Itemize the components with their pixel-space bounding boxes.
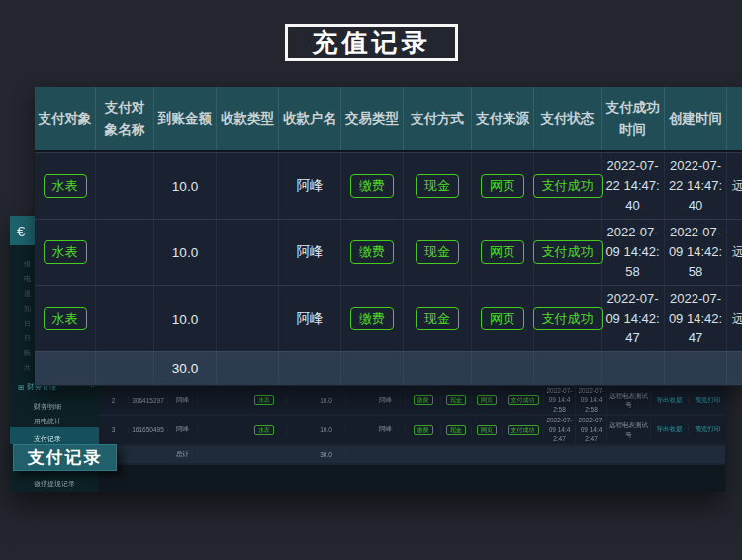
amount: 10.0 xyxy=(307,426,346,433)
pay-method-cell: 现金 xyxy=(404,220,472,285)
trade-type-cell: 缴费 xyxy=(341,286,404,351)
pay-status-cell: 支付成功 xyxy=(503,425,544,435)
trade-type-badge: 缴费 xyxy=(350,174,394,198)
pay-status-badge: 支付成功 xyxy=(508,425,539,435)
sidebar-item-payment-records[interactable]: 支付记录 xyxy=(10,427,99,444)
pay-object-cell: 水表 xyxy=(35,153,96,219)
pay-source-badge: 网页 xyxy=(477,395,497,405)
empty-cell xyxy=(534,352,602,385)
order-number: 306415297 xyxy=(129,397,168,404)
total-label: 总计 xyxy=(168,450,198,459)
trade-type-cell: 缴费 xyxy=(406,395,441,405)
trade-type-badge: 缴费 xyxy=(350,307,394,330)
mini-table-row[interactable]: 3 161650495 阿峰 水表 10.0 阿峰 缴费 现金 网页 支付成功 … xyxy=(99,416,725,446)
currency-logo-icon: € xyxy=(17,223,25,239)
collect-type-cell xyxy=(217,153,279,219)
header-success-time: 支付成功时间 xyxy=(602,87,665,150)
pay-method-badge: 现金 xyxy=(416,174,459,198)
pay-status-badge: 支付成功 xyxy=(508,395,539,405)
empty-cell xyxy=(472,352,534,385)
export-receipt-link[interactable]: 导出收据 xyxy=(651,396,689,405)
payee: 阿峰 xyxy=(366,425,406,434)
total-amount: 30.0 xyxy=(307,451,346,458)
empty-cell xyxy=(217,352,279,385)
amount-cell: 10.0 xyxy=(154,153,217,219)
export-receipt-link[interactable]: 导出收据 xyxy=(651,425,689,434)
payee-cell: 阿峰 xyxy=(279,220,341,285)
pay-status-cell: 支付成功 xyxy=(534,220,602,285)
page-title-box: 充值记录 xyxy=(285,24,458,61)
total-amount-cell: 30.0 xyxy=(154,352,217,385)
header-collect-type: 收款类型 xyxy=(217,87,279,150)
empty-cell xyxy=(96,352,154,385)
table-total-row: 30.0 xyxy=(35,351,742,385)
pay-source-cell: 网页 xyxy=(472,395,503,405)
pay-source-badge: 网页 xyxy=(481,174,524,198)
payer-name: 阿峰 xyxy=(168,396,198,405)
magnified-records-table: 支付对象 支付对象名称 到账金额 收款类型 收款户名 交易类型 支付方式 支付来… xyxy=(35,87,742,386)
trade-type-cell: 缴费 xyxy=(406,425,441,435)
payer-name: 阿峰 xyxy=(168,425,198,434)
preview-print-link[interactable]: 预览打印 xyxy=(689,425,725,434)
water-meter-badge: 水表 xyxy=(44,240,87,264)
water-meter-badge: 水表 xyxy=(254,395,274,405)
app-logo: € xyxy=(10,216,35,245)
order-number: 161650495 xyxy=(129,426,168,433)
amount-cell: 10.0 xyxy=(154,220,217,285)
remark: 远程电表测试号 xyxy=(607,391,651,409)
trade-type-cell: 缴费 xyxy=(341,220,404,285)
success-time-cell: 2022-07-09 14:42:47 xyxy=(602,286,665,351)
collect-type-cell xyxy=(217,286,279,351)
mini-table-row[interactable]: 2 306415297 阿峰 水表 10.0 阿峰 缴费 现金 网页 支付成功 … xyxy=(99,386,725,416)
device-badge-cell: 水表 xyxy=(242,425,287,435)
remark: 远程电表测试号 xyxy=(607,420,651,438)
page-title: 充值记录 xyxy=(313,26,431,60)
create-time-cell: 2022-07-22 14:47:40 xyxy=(665,153,727,219)
amount: 10.0 xyxy=(307,397,346,404)
pay-method-cell: 现金 xyxy=(404,286,472,351)
header-object-name: 支付对象名称 xyxy=(96,87,154,150)
success-time-cell: 2022-07-22 14:47:40 xyxy=(602,153,665,219)
table-row[interactable]: 水表 10.0 阿峰 缴费 现金 网页 支付成功 2022-07-09 14:4… xyxy=(35,285,742,351)
grid-icon: ⊞ xyxy=(18,383,24,392)
header-create-time: 创建时间 xyxy=(665,87,727,150)
table-row[interactable]: 水表 10.0 阿峰 缴费 现金 网页 支付成功 2022-07-22 14:4… xyxy=(35,152,742,219)
preview-print-link[interactable]: 预览打印 xyxy=(689,396,725,405)
object-name-cell xyxy=(96,153,154,219)
pay-source-badge: 网页 xyxy=(481,307,524,330)
collect-type-cell xyxy=(217,220,279,285)
success-time: 2022-07-09 14:42:58 xyxy=(544,386,576,414)
remark-cell: 远程电表测试号 xyxy=(727,220,742,285)
create-time: 2022-07-09 14:42:58 xyxy=(576,386,607,414)
empty-cell xyxy=(341,352,404,385)
pay-source-cell: 网页 xyxy=(472,153,534,219)
header-payee: 收款户名 xyxy=(279,87,341,150)
sidebar-item-wechat-records[interactable]: 微信提现记录 xyxy=(34,479,75,489)
sidebar-item-finance-detail[interactable]: 财务明细 xyxy=(34,402,61,412)
trade-type-badge: 缴费 xyxy=(414,395,433,405)
magnified-payment-records-label[interactable]: 支付记录 xyxy=(13,444,117,471)
payee: 阿峰 xyxy=(366,396,406,405)
sidebar-item-power-stats[interactable]: 用电统计 xyxy=(34,417,61,426)
payee-cell: 阿峰 xyxy=(279,286,341,351)
mini-table-total-row: 总计 30.0 xyxy=(99,446,725,465)
table-row[interactable]: 水表 10.0 阿峰 缴费 现金 网页 支付成功 2022-07-09 14:4… xyxy=(35,219,742,285)
pay-object-cell: 水表 xyxy=(35,220,96,285)
empty-cell xyxy=(279,352,341,385)
pay-status-cell: 支付成功 xyxy=(534,153,602,219)
empty-cell xyxy=(727,352,742,385)
pay-method-cell: 现金 xyxy=(404,153,472,219)
trade-type-badge: 缴费 xyxy=(350,240,394,264)
sidebar-item-label: 支付记录 xyxy=(34,435,61,442)
pay-method-badge: 现金 xyxy=(416,307,459,330)
empty-cell xyxy=(665,352,727,385)
pay-object-cell: 水表 xyxy=(35,286,96,351)
magnified-label-text: 支付记录 xyxy=(28,446,103,469)
object-name-cell xyxy=(96,286,154,351)
pay-source-cell: 网页 xyxy=(472,286,534,351)
pay-status-cell: 支付成功 xyxy=(503,395,544,405)
water-meter-badge: 水表 xyxy=(44,307,87,330)
water-meter-badge: 水表 xyxy=(44,174,87,198)
remark-cell: 远程电表测试号 xyxy=(727,286,742,351)
create-time-cell: 2022-07-09 14:42:47 xyxy=(665,286,727,351)
